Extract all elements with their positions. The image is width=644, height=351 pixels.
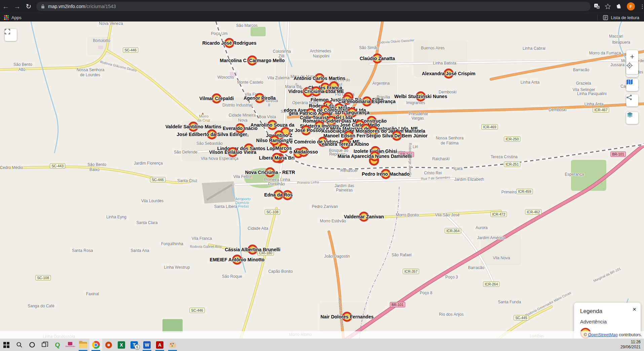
marker-label: o Madalosso xyxy=(290,149,318,155)
road-shield: SC-108 xyxy=(35,275,51,280)
road-shield: ICR-264 xyxy=(483,281,499,287)
marker-label: Ricardo José Rodrigues xyxy=(202,40,256,46)
road-shield: ICR-462 xyxy=(525,209,541,215)
extensions-puzzle-icon[interactable] xyxy=(616,3,622,10)
marker-label: SDT Segurança xyxy=(335,110,369,115)
share-icon xyxy=(626,94,632,100)
road-shield: SC-446 xyxy=(150,177,165,182)
road-shield: SC-446 xyxy=(189,308,205,313)
webgestao-icon[interactable]: WebGestão xyxy=(64,339,77,351)
office-icon[interactable] xyxy=(102,339,115,351)
start-icon[interactable] xyxy=(0,339,13,351)
map-canvas[interactable]: ✈ Nova VenezaSão MarcosPoço UmMaccariIbi… xyxy=(0,21,644,339)
marker-label: Joventino Z xyxy=(266,133,293,138)
road-shield: ICR-364 xyxy=(445,228,461,233)
marker-label: EMEIEF Antônio Minotto xyxy=(210,257,265,262)
marker-label: Nair Dolores Fernandes xyxy=(320,314,374,319)
url-domain: map.vm2info.com xyxy=(48,4,85,9)
share-button[interactable] xyxy=(626,94,638,106)
road-shield: ICR-472 xyxy=(490,212,507,217)
zoom-in-button[interactable]: + xyxy=(626,50,638,64)
bookmark-star-icon[interactable] xyxy=(605,3,611,10)
windows-taskbar: QWebGestãoXT6WA 11:26 29/06/2021 xyxy=(0,339,644,351)
basemap-button[interactable] xyxy=(626,79,638,91)
lock-icon xyxy=(41,4,45,9)
road-shield: ICR-459 xyxy=(516,189,533,194)
menu-kebab-icon[interactable]: ⋮ xyxy=(640,6,643,7)
marker-label: Welbi Studzinski Nunes xyxy=(394,94,447,99)
marker-label: Pedro Ireno Machado xyxy=(362,171,410,177)
marker-label: Vilmar Crepaldi xyxy=(199,96,234,101)
legend-title: Legenda xyxy=(580,308,641,315)
road-shield: SC-443 xyxy=(50,163,65,169)
openstreetmap-link[interactable]: OpenStreetMap xyxy=(588,333,617,337)
marker-label: Antônio Carlos Martins xyxy=(294,76,345,81)
reading-list-icon xyxy=(603,15,608,20)
marker-label: Vilson Evilásio Vieira xyxy=(209,149,256,155)
search-icon[interactable] xyxy=(13,339,26,351)
marker-label: Claúdio Zanatta xyxy=(359,56,395,61)
reading-list-label: Lista de leitura xyxy=(611,15,639,20)
fullscreen-button[interactable] xyxy=(5,29,17,41)
profile-avatar[interactable]: F xyxy=(627,2,635,10)
bookmarks-bar: Apps Lista de leitura xyxy=(0,13,644,22)
apps-label[interactable]: Apps xyxy=(11,15,22,20)
acrobat-icon[interactable]: A xyxy=(153,339,166,351)
notification-badge: 6 xyxy=(135,344,140,350)
road-shield: BR-101 xyxy=(610,151,626,157)
address-bar[interactable]: map.vm2info.com/criciuma/1543 xyxy=(36,2,591,11)
locate-icon xyxy=(626,62,633,69)
road-shield: BR-101 xyxy=(390,302,405,307)
marker-label: Cássia Albertina Brunelli xyxy=(225,247,280,252)
marker-label: Edna da Ros xyxy=(264,192,293,198)
marker-label: Everaldo Inácio xyxy=(223,126,257,131)
apps-grid-icon xyxy=(4,15,9,20)
marker-label: Maria Aparecida Nunes Daminelli xyxy=(338,153,412,159)
marker-label: Marcolina C. Carmargo Mello xyxy=(220,58,285,63)
svg-text:a: a xyxy=(597,6,599,8)
marker-label: Sérgio Silva De Bem Júnior xyxy=(366,133,428,138)
back-icon[interactable]: ← xyxy=(0,3,11,10)
marker-label: Agenor Pirolla xyxy=(243,95,276,101)
marker-label: eandra Tereza Albino xyxy=(322,141,369,147)
fullscreen-icon xyxy=(5,29,10,34)
clock-date: 29/06/2021 xyxy=(620,345,641,350)
map-icon xyxy=(626,79,633,85)
cortana-icon[interactable] xyxy=(26,339,38,351)
paint-icon[interactable] xyxy=(166,339,179,351)
task-view-icon[interactable] xyxy=(38,339,51,351)
road-shield: ICR-251 xyxy=(504,162,520,167)
marker-label: Vidros Criciúma Ltda ME xyxy=(288,89,344,94)
road-shield: ICR-250 xyxy=(504,136,520,142)
browser-toolbar: ← → ↻ map.vm2info.com/criciuma/1543 A a … xyxy=(0,0,644,13)
qgis-icon[interactable]: Q xyxy=(51,339,64,351)
word-icon[interactable]: W xyxy=(141,339,153,351)
teams-icon[interactable]: T6 xyxy=(128,339,141,351)
marker-label: Líbera Maria Bri xyxy=(259,155,295,161)
forward-icon[interactable]: → xyxy=(11,3,23,10)
road-shield: SC-445 xyxy=(514,315,529,320)
layers-button[interactable] xyxy=(626,112,638,124)
marker-label: Nova Criciúma - RETR xyxy=(245,170,295,175)
clock-time: 11:26 xyxy=(620,340,641,345)
refresh-icon[interactable]: ↻ xyxy=(23,2,34,10)
locate-button[interactable] xyxy=(626,62,638,74)
road-shield: SC-108 xyxy=(265,209,280,215)
file-explorer-icon[interactable] xyxy=(77,339,89,351)
translate-icon[interactable]: A a xyxy=(594,3,600,9)
marker-label: José Edilberto da Silva Edinger xyxy=(177,132,247,137)
taskbar-clock[interactable]: 11:26 29/06/2021 xyxy=(620,339,644,351)
legend-category-label: Advertência xyxy=(580,319,641,324)
legend-close-icon[interactable]: × xyxy=(633,306,636,312)
marker-label: Valdelir Santilino Martins xyxy=(165,124,221,129)
svg-text:✈: ✈ xyxy=(240,197,244,202)
road-shield: ICR-357 xyxy=(403,269,419,274)
excel-icon[interactable]: X xyxy=(115,339,128,351)
map-attribution: © OpenStreetMap contributors. xyxy=(0,331,644,339)
url-path: /criciuma/1543 xyxy=(85,4,116,9)
layers-icon xyxy=(626,112,634,119)
road-shield: ICR-467 xyxy=(593,107,609,113)
chrome-icon[interactable] xyxy=(89,339,102,351)
road-shield: ICR-469 xyxy=(481,124,498,130)
reading-list-button[interactable]: Lista de leitura xyxy=(597,14,639,20)
